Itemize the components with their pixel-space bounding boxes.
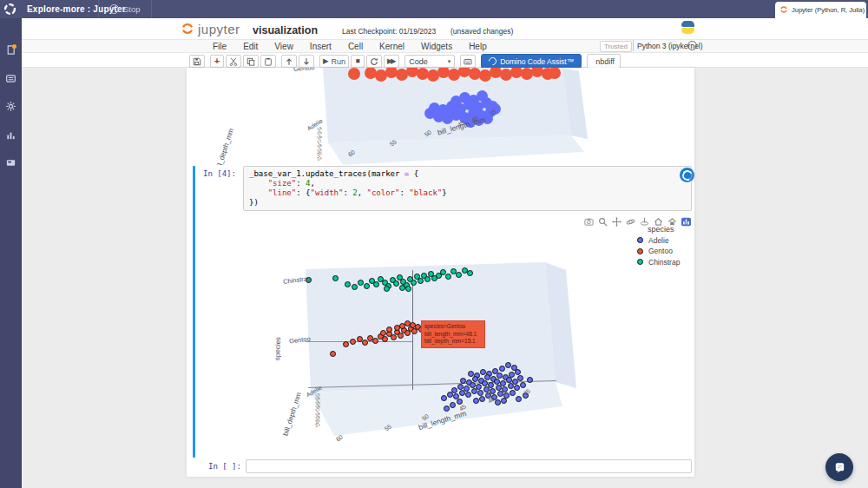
- scatter-point-gentoo[interactable]: [386, 326, 392, 333]
- scatter-point-adelie[interactable]: [501, 398, 507, 404]
- scatter-point-adelie[interactable]: [510, 390, 516, 396]
- modebar-pan-icon[interactable]: [612, 217, 621, 227]
- menu-help[interactable]: Help: [469, 42, 487, 51]
- scatter-point-gentoo[interactable]: [372, 338, 378, 344]
- empty-code-editor[interactable]: [246, 459, 692, 473]
- save-notebook-button[interactable]: [189, 55, 205, 68]
- scatter-point-adelie[interactable]: [515, 369, 521, 375]
- scatter-point-gentoo[interactable]: [410, 322, 416, 328]
- scatter-point-adelie[interactable]: [520, 382, 526, 388]
- notebook-title[interactable]: visualization: [253, 24, 318, 36]
- scatter-point-gentoo[interactable]: [391, 334, 397, 340]
- scatter-point-adelie[interactable]: [483, 386, 490, 392]
- scatter-point-adelie[interactable]: [473, 398, 479, 404]
- scatter-point-chinstrap[interactable]: [440, 269, 446, 275]
- scatter-point-chinstrap[interactable]: [332, 275, 339, 281]
- scatter-point-adelie[interactable]: [480, 369, 486, 375]
- scatter-point-chinstrap[interactable]: [405, 286, 411, 292]
- restart-run-all-button[interactable]: ▶▶: [384, 55, 399, 68]
- scatter-point-chinstrap[interactable]: [418, 278, 424, 284]
- scatter-point-adelie[interactable]: [516, 396, 522, 402]
- cut-cells-button[interactable]: [226, 55, 241, 68]
- scatter-point-adelie[interactable]: [477, 90, 488, 102]
- menu-insert[interactable]: Insert: [310, 42, 332, 51]
- scatter-point-chinstrap[interactable]: [424, 276, 431, 282]
- scatter-point-gentoo[interactable]: [380, 330, 386, 336]
- domino-logo-icon[interactable]: [3, 2, 17, 16]
- stop-workspace-button[interactable]: Stop: [98, 0, 152, 18]
- scatter-point-gentoo[interactable]: [350, 339, 356, 345]
- scatter-point-adelie[interactable]: [477, 390, 483, 396]
- scatter-point-adelie[interactable]: [482, 380, 488, 386]
- code-assist-cell-button[interactable]: [680, 168, 694, 182]
- run-cell-button[interactable]: ▶Run: [319, 55, 349, 68]
- scatter-point-adelie[interactable]: [494, 379, 500, 385]
- scatter-point-adelie[interactable]: [444, 406, 450, 412]
- scatter-point-adelie[interactable]: [450, 402, 456, 408]
- menu-kernel[interactable]: Kernel: [379, 42, 404, 51]
- scatter-point-adelie[interactable]: [459, 390, 465, 396]
- scatter-point-adelie[interactable]: [465, 392, 471, 398]
- modebar-plotly-logo-icon[interactable]: [681, 217, 691, 227]
- scatter-point-adelie[interactable]: [506, 377, 512, 383]
- sidebar-data-icon[interactable]: [5, 72, 16, 83]
- scatter-point-chinstrap[interactable]: [399, 285, 405, 291]
- modebar-camera-icon[interactable]: [584, 217, 594, 227]
- scatter-point-gentoo[interactable]: [343, 341, 349, 347]
- scatter-point-adelie[interactable]: [496, 385, 502, 391]
- scatter-point-adelie[interactable]: [479, 396, 485, 402]
- insert-cell-below-button[interactable]: +: [210, 55, 224, 68]
- sidebar-settings-icon[interactable]: [5, 100, 16, 111]
- scatter-point-chinstrap[interactable]: [393, 280, 399, 287]
- scatter-point-adelie[interactable]: [471, 388, 477, 394]
- scatter-point-adelie[interactable]: [505, 362, 511, 368]
- move-cell-down-button[interactable]: [299, 55, 314, 68]
- legend-item-chinstrap[interactable]: Chinstrap: [637, 258, 680, 267]
- restart-kernel-button[interactable]: [366, 55, 382, 68]
- legend-item-adelie[interactable]: Adelie: [637, 236, 680, 245]
- scatter-point-adelie[interactable]: [447, 392, 453, 398]
- scatter-point-chinstrap[interactable]: [358, 280, 364, 286]
- scatter-point-gentoo[interactable]: [362, 340, 368, 346]
- cell-type-select[interactable]: Code▾: [404, 55, 455, 68]
- scatter-point-adelie[interactable]: [514, 385, 520, 391]
- scatter-point-adelie[interactable]: [470, 382, 476, 388]
- scatter-point-adelie[interactable]: [472, 376, 478, 382]
- scatter-point-adelie[interactable]: [442, 106, 453, 117]
- scatter-point-adelie[interactable]: [468, 371, 474, 377]
- scatter-point-chinstrap[interactable]: [384, 286, 390, 292]
- menu-file[interactable]: File: [213, 42, 227, 51]
- chat-widget-button[interactable]: [825, 453, 853, 481]
- scatter-point-adelie[interactable]: [484, 374, 490, 380]
- scatter-point-adelie[interactable]: [508, 383, 514, 389]
- scatter-point-gentoo[interactable]: [382, 336, 388, 342]
- scatter-point-chinstrap[interactable]: [411, 280, 417, 286]
- scatter-point-adelie[interactable]: [457, 399, 463, 405]
- scatter-point-adelie[interactable]: [457, 384, 464, 390]
- scatter-point-gentoo[interactable]: [330, 351, 336, 357]
- sidebar-stats-icon[interactable]: [5, 129, 16, 140]
- code-editor[interactable]: _base_var_1.update_traces(marker = { "si…: [243, 166, 692, 211]
- scatter-point-adelie[interactable]: [496, 373, 503, 379]
- command-palette-button[interactable]: [460, 55, 476, 68]
- scatter-point-gentoo[interactable]: [398, 333, 404, 339]
- scatter-point-chinstrap[interactable]: [445, 274, 451, 280]
- copy-cells-button[interactable]: [243, 55, 259, 68]
- scatter-point-chinstrap[interactable]: [373, 281, 379, 287]
- modebar-zoom-icon[interactable]: [598, 217, 608, 227]
- menu-edit[interactable]: Edit: [243, 42, 258, 51]
- interrupt-kernel-button[interactable]: ■: [351, 55, 365, 68]
- scatter-point-adelie[interactable]: [527, 377, 533, 383]
- scatter-point-chinstrap[interactable]: [364, 283, 370, 289]
- menu-cell[interactable]: Cell: [348, 42, 363, 51]
- scatter-point-chinstrap[interactable]: [345, 281, 351, 287]
- scatter-point-chinstrap[interactable]: [352, 284, 358, 290]
- domino-code-assist-button[interactable]: Domino Code Assist™: [481, 54, 582, 69]
- scatter-point-gentoo[interactable]: [348, 68, 360, 80]
- scatter-point-adelie[interactable]: [441, 395, 447, 401]
- move-cell-up-button[interactable]: [281, 55, 297, 68]
- menu-view[interactable]: View: [274, 42, 293, 51]
- scatter-point-chinstrap[interactable]: [456, 272, 462, 278]
- menu-widgets[interactable]: Widgets: [421, 42, 452, 51]
- nbdiff-button[interactable]: nbdiff: [587, 54, 621, 69]
